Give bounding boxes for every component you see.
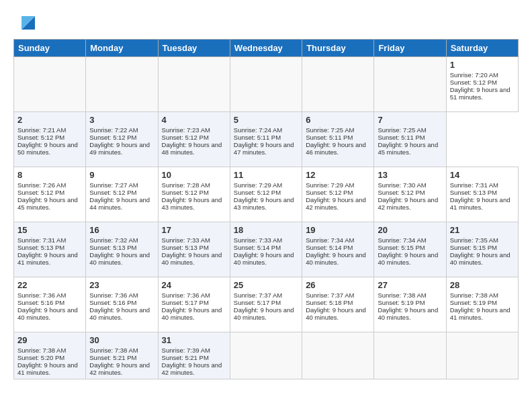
sunrise: Sunrise: 7:30 AM <box>378 181 426 189</box>
sunrise: Sunrise: 7:25 AM <box>306 126 354 134</box>
sunset: Sunset: 5:13 PM <box>89 244 136 251</box>
sunrise: Sunrise: 7:21 AM <box>17 126 66 134</box>
day-number: 17 <box>162 225 226 235</box>
day-cell-8: 8Sunrise: 7:26 AMSunset: 5:12 PMDaylight… <box>14 167 86 222</box>
sunrise: Sunrise: 7:33 AM <box>234 236 282 244</box>
day-cell-28: 28Sunrise: 7:38 AMSunset: 5:19 PMDayligh… <box>446 277 518 332</box>
sunrise: Sunrise: 7:34 AM <box>378 236 426 244</box>
day-cell-7: 7Sunrise: 7:25 AMSunset: 5:11 PMDaylight… <box>374 112 446 167</box>
sunrise: Sunrise: 7:37 AM <box>234 291 282 299</box>
day-number: 12 <box>306 170 370 180</box>
day-cell-10: 10Sunrise: 7:28 AMSunset: 5:12 PMDayligh… <box>158 167 230 222</box>
day-number: 13 <box>378 170 442 180</box>
logo <box>13 11 38 32</box>
daylight: Daylight: 9 hours and 42 minutes. <box>89 361 150 376</box>
day-cell-22: 22Sunrise: 7:36 AMSunset: 5:16 PMDayligh… <box>14 277 86 332</box>
daylight: Daylight: 9 hours and 47 minutes. <box>234 141 294 156</box>
day-number: 2 <box>17 115 82 125</box>
day-number: 16 <box>89 225 154 235</box>
sunset: Sunset: 5:19 PM <box>450 299 497 306</box>
weekday-header-row: SundayMondayTuesdayWednesdayThursdayFrid… <box>14 40 519 57</box>
day-cell-14: 14Sunrise: 7:31 AMSunset: 5:13 PMDayligh… <box>446 167 518 222</box>
daylight: Daylight: 9 hours and 40 minutes. <box>89 306 150 321</box>
daylight: Daylight: 9 hours and 40 minutes. <box>234 306 294 321</box>
day-number: 18 <box>234 225 298 235</box>
sunrise: Sunrise: 7:22 AM <box>89 126 138 134</box>
daylight: Daylight: 9 hours and 40 minutes. <box>450 251 511 266</box>
day-number: 19 <box>306 225 370 235</box>
day-cell-17: 17Sunrise: 7:33 AMSunset: 5:13 PMDayligh… <box>158 222 230 277</box>
day-cell-21: 21Sunrise: 7:35 AMSunset: 5:15 PMDayligh… <box>446 222 518 277</box>
day-number: 22 <box>17 280 82 290</box>
day-number: 27 <box>378 280 442 290</box>
sunset: Sunset: 5:12 PM <box>17 189 64 196</box>
empty-cell <box>86 57 158 112</box>
sunset: Sunset: 5:12 PM <box>162 189 209 196</box>
sunset: Sunset: 5:12 PM <box>17 134 64 141</box>
day-cell-6: 6Sunrise: 7:25 AMSunset: 5:11 PMDaylight… <box>302 112 374 167</box>
daylight: Daylight: 9 hours and 50 minutes. <box>17 141 78 156</box>
sunset: Sunset: 5:13 PM <box>162 244 209 251</box>
day-cell-25: 25Sunrise: 7:37 AMSunset: 5:17 PMDayligh… <box>230 277 302 332</box>
day-number: 26 <box>306 280 370 290</box>
daylight: Daylight: 9 hours and 41 minutes. <box>450 196 511 211</box>
daylight: Daylight: 9 hours and 41 minutes. <box>450 306 511 321</box>
calendar-table: SundayMondayTuesdayWednesdayThursdayFrid… <box>13 39 519 379</box>
day-number: 29 <box>17 335 82 345</box>
day-number: 31 <box>162 335 226 345</box>
day-cell-2: 2Sunrise: 7:21 AMSunset: 5:12 PMDaylight… <box>14 112 86 167</box>
weekday-header-saturday: Saturday <box>446 40 518 57</box>
sunset: Sunset: 5:18 PM <box>306 299 353 306</box>
sunrise: Sunrise: 7:25 AM <box>378 126 426 134</box>
daylight: Daylight: 9 hours and 40 minutes. <box>306 251 366 266</box>
sunrise: Sunrise: 7:36 AM <box>17 291 66 299</box>
weekday-header-wednesday: Wednesday <box>230 40 302 57</box>
sunrise: Sunrise: 7:35 AM <box>450 236 498 244</box>
daylight: Daylight: 9 hours and 40 minutes. <box>306 306 366 321</box>
day-number: 24 <box>162 280 226 290</box>
daylight: Daylight: 9 hours and 40 minutes. <box>89 251 150 266</box>
daylight: Daylight: 9 hours and 45 minutes. <box>378 141 438 156</box>
sunset: Sunset: 5:13 PM <box>17 244 64 251</box>
sunrise: Sunrise: 7:27 AM <box>89 181 138 189</box>
daylight: Daylight: 9 hours and 40 minutes. <box>17 306 78 321</box>
weekday-header-monday: Monday <box>86 40 158 57</box>
daylight: Daylight: 9 hours and 40 minutes. <box>162 306 222 321</box>
sunset: Sunset: 5:19 PM <box>378 299 425 306</box>
sunset: Sunset: 5:12 PM <box>89 134 136 141</box>
sunset: Sunset: 5:21 PM <box>89 354 136 361</box>
week-row-1: 1Sunrise: 7:20 AMSunset: 5:12 PMDaylight… <box>14 57 519 112</box>
day-number: 21 <box>450 225 515 235</box>
day-number: 3 <box>89 115 154 125</box>
weekday-header-friday: Friday <box>374 40 446 57</box>
sunrise: Sunrise: 7:39 AM <box>162 347 210 354</box>
sunrise: Sunrise: 7:32 AM <box>89 236 138 244</box>
day-cell-24: 24Sunrise: 7:36 AMSunset: 5:17 PMDayligh… <box>158 277 230 332</box>
sunset: Sunset: 5:11 PM <box>306 134 353 141</box>
empty-cell <box>302 332 374 379</box>
day-number: 15 <box>17 225 82 235</box>
day-number: 30 <box>89 335 154 345</box>
daylight: Daylight: 9 hours and 48 minutes. <box>162 141 222 156</box>
sunset: Sunset: 5:12 PM <box>306 189 353 196</box>
daylight: Daylight: 9 hours and 43 minutes. <box>234 196 294 211</box>
week-row-5: 22Sunrise: 7:36 AMSunset: 5:16 PMDayligh… <box>14 277 519 332</box>
day-number: 1 <box>450 60 515 70</box>
daylight: Daylight: 9 hours and 40 minutes. <box>378 306 438 321</box>
day-number: 14 <box>450 170 515 180</box>
day-cell-30: 30Sunrise: 7:38 AMSunset: 5:21 PMDayligh… <box>86 332 158 379</box>
daylight: Daylight: 9 hours and 42 minutes. <box>378 196 438 211</box>
week-row-3: 8Sunrise: 7:26 AMSunset: 5:12 PMDaylight… <box>14 167 519 222</box>
day-cell-15: 15Sunrise: 7:31 AMSunset: 5:13 PMDayligh… <box>14 222 86 277</box>
sunrise: Sunrise: 7:31 AM <box>450 181 498 189</box>
sunset: Sunset: 5:14 PM <box>306 244 353 251</box>
week-row-6: 29Sunrise: 7:38 AMSunset: 5:20 PMDayligh… <box>14 332 519 379</box>
day-number: 28 <box>450 280 515 290</box>
day-cell-13: 13Sunrise: 7:30 AMSunset: 5:12 PMDayligh… <box>374 167 446 222</box>
day-number: 23 <box>89 280 154 290</box>
sunset: Sunset: 5:17 PM <box>234 299 281 306</box>
empty-cell <box>374 332 446 379</box>
sunrise: Sunrise: 7:37 AM <box>306 291 354 299</box>
weekday-header-tuesday: Tuesday <box>158 40 230 57</box>
sunrise: Sunrise: 7:28 AM <box>162 181 210 189</box>
